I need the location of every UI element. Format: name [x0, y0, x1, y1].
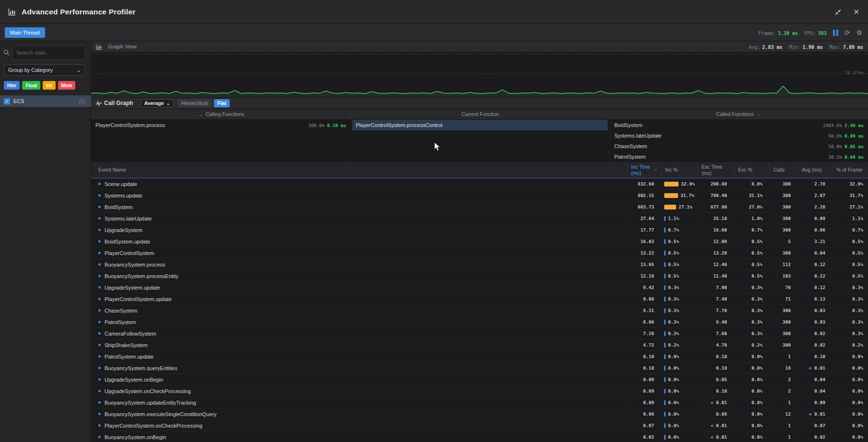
table-row[interactable]: CameraFollowSystem7.260.3%7.600.3%3000.0… — [91, 328, 868, 339]
called-function-row[interactable]: BoidSystem2484.6%2.48 ms — [610, 120, 868, 130]
inc-time-cell: 0.10 — [627, 362, 661, 373]
table-row[interactable]: BoidSystem683.7327.1%677.9027.0%3002.282… — [91, 201, 868, 213]
event-dot-icon — [98, 424, 101, 427]
column-header-avg[interactable]: Avg (ms) — [798, 162, 833, 178]
search-input[interactable] — [12, 46, 85, 60]
function-name: PatrolSystem — [614, 154, 645, 160]
table-row[interactable]: PatrolSystem8.060.3%8.400.3%3000.030.3% — [91, 316, 868, 328]
exc-pct-cell: 0.0% — [734, 362, 770, 373]
close-icon[interactable]: ✕ — [853, 8, 859, 16]
inc-pct-value: 0.0% — [668, 434, 679, 440]
group-by-select[interactable]: Group by Category ⌄ — [4, 64, 85, 76]
exc-pct-cell: 0.3% — [734, 328, 770, 339]
column-header-exc-time[interactable]: Exc Time (ms) — [698, 162, 734, 178]
inc-time-cell: 0.07 — [627, 420, 661, 431]
pause-icon[interactable] — [833, 30, 838, 36]
event-name: BuoyancySystem.processEntity — [105, 273, 178, 279]
threshold-label: 16.67ms — [843, 70, 864, 75]
exc-time-cell: 8.40 — [698, 316, 734, 327]
event-name-cell: BuoyancySystem.onBegin — [91, 431, 627, 442]
avg-cell: 0.04 — [798, 385, 833, 396]
column-header-exc-pct[interactable]: Exc % — [734, 162, 770, 178]
inc-pct-bar — [664, 423, 666, 428]
aggregation-select[interactable]: Average ⌄ — [141, 99, 174, 107]
filter-chip-float[interactable]: Float — [22, 81, 40, 90]
table-row[interactable]: BuoyancySystem.onBegin0.020.0%< 0.010.0%… — [91, 431, 868, 442]
event-name: BuoyancySystem.queryEntities — [105, 365, 177, 371]
inc-pct-cell: 0.5% — [661, 259, 698, 270]
max-value: 7.80 ms — [843, 45, 863, 50]
column-header-inc-pct[interactable]: Inc % — [661, 162, 698, 178]
exc-time-cell: 0.10 — [698, 351, 734, 362]
table-row[interactable]: BuoyancySystem.processEntity12.180.5%11.… — [91, 270, 868, 282]
table-row[interactable]: BuoyancySystem.executeSingleConditionQue… — [91, 408, 868, 420]
inc-pct-bar — [664, 262, 666, 267]
table-row[interactable]: UpgradeSystem17.770.7%16.600.7%3000.060.… — [91, 224, 868, 236]
inc-pct-value: 1.1% — [668, 216, 679, 221]
called-function-row[interactable]: PatrolSystem38.5%0.04 ms — [610, 151, 868, 162]
ecs-checkbox[interactable]: ✓ — [4, 98, 10, 105]
refresh-icon[interactable]: ⟳ — [845, 29, 850, 36]
inc-pct-bar — [664, 297, 666, 302]
inc-pct-cell: 0.3% — [661, 328, 698, 339]
event-name: Scene.update — [105, 181, 137, 187]
current-function-cell[interactable]: PlayerControlSystem.processControl — [352, 120, 608, 130]
table-row[interactable]: ChaseSystem8.310.3%7.700.3%3000.030.3% — [91, 305, 868, 316]
table-row[interactable]: PlayerControlSystem.onCheckProcessing0.0… — [91, 420, 868, 431]
column-header-event-name[interactable]: Event Name — [91, 162, 627, 178]
inc-pct-value: 31.7% — [680, 193, 694, 198]
table-row[interactable]: Systems.lateUpdate27.641.1%25.101.0%3000… — [91, 213, 868, 224]
table-row[interactable]: Scene.update832.6032.9%200.808.0%3002.78… — [91, 178, 868, 190]
event-name-cell: ChaseSystem — [91, 305, 627, 316]
filter-chip-int[interactable]: Int — [43, 81, 55, 90]
table-row[interactable]: BuoyancySystem.queryEntities0.100.0%0.10… — [91, 362, 868, 374]
graph-view-header: Graph View Avg:2.83 ms Min:1.90 ms Max:7… — [91, 41, 868, 52]
calling-function-row[interactable]: PlayerControlSystem.process100.0%0.10 ms — [91, 120, 351, 130]
collapse-icon[interactable] — [834, 9, 842, 16]
exc-pct-cell: 27.0% — [734, 201, 770, 212]
column-header-inc-time[interactable]: Inc Time (ms) ⌄ — [627, 162, 661, 178]
filter-chip-hier[interactable]: Hier — [4, 81, 20, 90]
inc-pct-bar — [664, 228, 666, 233]
inc-pct-value: 0.5% — [668, 262, 679, 267]
table-row[interactable]: PlayerControlSystem13.220.5%13.200.5%300… — [91, 247, 868, 259]
event-name-cell: UpgradeSystem — [91, 224, 627, 235]
event-name-cell: PlayerControlSystem.update — [91, 293, 627, 304]
exc-time-cell: 780.40 — [698, 190, 734, 201]
inc-pct-cell: 0.3% — [661, 305, 698, 316]
call-graph-title: Call Graph — [104, 100, 133, 106]
filter-chip-mem[interactable]: Mem — [58, 81, 76, 90]
table-row[interactable]: BuoyancySystem.process13.050.5%12.400.5%… — [91, 259, 868, 270]
avg-cell: 0.12 — [798, 270, 833, 281]
called-function-row[interactable]: Systems.lateUpdate90.0%0.09 ms — [610, 130, 868, 141]
table-row[interactable]: PlayerControlSystem.update9.080.3%7.400.… — [91, 293, 868, 305]
frame-pct-cell: 32.9% — [833, 178, 868, 189]
table-row[interactable]: ShipShakeSystem4.720.2%4.700.2%3000.020.… — [91, 339, 868, 351]
table-row[interactable]: BoidSystem.update16.030.5%12.000.5%53.21… — [91, 236, 868, 247]
table-row[interactable]: BuoyancySystem.updateEntityTracking0.090… — [91, 397, 868, 408]
inc-pct-cell: 0.0% — [661, 351, 698, 362]
column-header-frame[interactable]: % of Frame — [833, 162, 868, 178]
event-name: BuoyancySystem.onBegin — [105, 434, 166, 440]
column-header-calls[interactable]: Calls — [770, 162, 798, 178]
table-row[interactable]: UpgradeSystem.update9.420.3%7.900.3%760.… — [91, 282, 868, 293]
gear-icon[interactable]: ⚙ — [856, 29, 862, 36]
table-row[interactable]: UpgradeSystem.onCheckProcessing0.090.0%0… — [91, 385, 868, 397]
sidebar-item-ecs[interactable]: ✓ ECS (1) — [0, 95, 91, 107]
table-row[interactable]: Systems.update802.1531.7%780.4031.1%3002… — [91, 190, 868, 201]
calls-cell: 300 — [770, 190, 798, 201]
exc-time-cell: 12.40 — [698, 259, 734, 270]
tab-main-thread[interactable]: Main Thread — [5, 27, 45, 38]
inc-pct-bar — [664, 205, 676, 209]
exc-time-cell: 16.60 — [698, 224, 734, 235]
function-stats: 50.0%0.05 ms — [828, 144, 864, 149]
flat-button[interactable]: Flat — [214, 99, 230, 107]
frame-pct-cell: 0.5% — [833, 270, 868, 281]
event-dot-icon — [98, 206, 101, 208]
hierarchical-button[interactable]: Hierarchical — [177, 99, 211, 107]
called-function-row[interactable]: ChaseSystem50.0%0.05 ms — [610, 141, 868, 151]
frame-pct-cell: 0.0% — [833, 351, 868, 362]
table-row[interactable]: PatrolSystem.update0.100.0%0.100.0%10.10… — [91, 351, 868, 362]
frame-time-graph[interactable]: 16.67ms — [91, 52, 868, 97]
table-row[interactable]: UpgradeSystem.onBegin0.090.0%0.050.0%20.… — [91, 374, 868, 385]
